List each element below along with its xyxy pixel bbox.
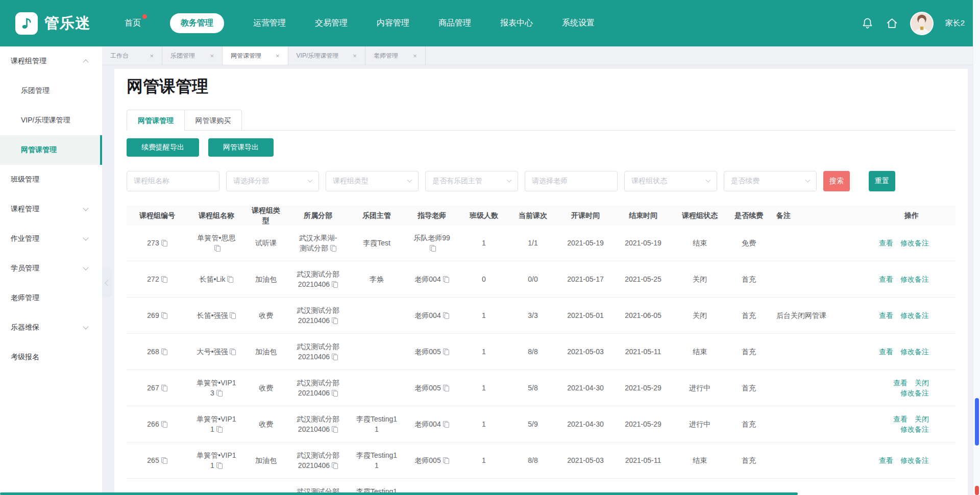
user-name[interactable]: 家长2 — [945, 18, 965, 28]
copy-icon[interactable] — [161, 276, 167, 283]
workspace-tab[interactable]: 老师管理× — [365, 46, 426, 65]
copy-icon[interactable] — [332, 281, 338, 288]
action-link[interactable]: 修改备注 — [900, 389, 929, 397]
action-link[interactable]: 查看 — [893, 379, 908, 387]
topnav-item[interactable]: 运营管理 — [253, 18, 286, 29]
home-icon[interactable] — [886, 17, 898, 30]
workspace-tab[interactable]: VIP/乐理课管理× — [288, 46, 365, 65]
copy-icon[interactable] — [161, 385, 167, 391]
copy-icon[interactable] — [161, 240, 167, 246]
copy-icon[interactable] — [332, 317, 338, 324]
topnav-item[interactable]: 交易管理 — [315, 18, 348, 29]
topnav-item[interactable]: 教务管理 — [170, 13, 224, 33]
action-link[interactable]: 修改备注 — [900, 275, 929, 283]
action-link[interactable]: 关闭 — [915, 379, 929, 387]
sidebar-item[interactable]: 学员管理 — [0, 254, 102, 283]
notification-bell-icon[interactable] — [861, 17, 874, 30]
close-tab-icon[interactable]: × — [413, 53, 417, 59]
action-link[interactable]: 修改备注 — [900, 239, 929, 247]
close-tab-icon[interactable]: × — [210, 53, 214, 59]
close-tab-icon[interactable]: × — [276, 53, 280, 59]
action-link[interactable]: 查看 — [879, 275, 893, 283]
close-tab-icon[interactable]: × — [150, 53, 154, 59]
copy-icon[interactable] — [430, 245, 436, 252]
copy-icon[interactable] — [332, 426, 338, 433]
filter-input[interactable]: 课程组名称 — [127, 171, 219, 191]
action-link[interactable]: 查看 — [893, 415, 908, 423]
action-link[interactable]: 修改备注 — [900, 311, 929, 319]
sidebar-item[interactable]: 考级报名 — [0, 342, 102, 372]
close-tab-icon[interactable]: × — [353, 53, 357, 59]
vertical-scrollbar-thumb[interactable] — [975, 398, 979, 445]
sidebar-item[interactable]: 老师管理 — [0, 283, 102, 313]
copy-icon[interactable] — [161, 349, 167, 355]
avatar[interactable] — [910, 12, 934, 35]
filter-select[interactable]: 课程组状态 — [624, 171, 717, 191]
workspace-tab[interactable]: 网管课管理× — [223, 46, 288, 65]
brand-logo[interactable]: 管乐迷 — [15, 12, 117, 35]
action-link[interactable]: 修改备注 — [900, 425, 929, 433]
action-link[interactable]: 查看 — [879, 239, 893, 247]
page-subtab[interactable]: 网管课购买 — [184, 110, 242, 131]
search-button[interactable]: 搜索 — [823, 171, 850, 191]
action-link[interactable]: 修改备注 — [900, 348, 929, 356]
filter-select[interactable]: 请选择分部 — [226, 171, 319, 191]
cell-start: 2021-05-17 — [557, 274, 614, 284]
sidebar-item[interactable]: 课程管理 — [0, 194, 102, 224]
vertical-scrollbar[interactable] — [973, 0, 980, 495]
filter-select[interactable]: 课程组类型 — [326, 171, 419, 191]
cell-renewal: 免费 — [727, 238, 771, 248]
cell-branch: 武汉测试分部 20210406 — [287, 414, 349, 434]
horizontal-scrollbar-thumb[interactable] — [0, 492, 798, 495]
copy-icon[interactable] — [161, 421, 167, 428]
copy-icon[interactable] — [332, 354, 338, 360]
copy-icon[interactable] — [443, 457, 449, 464]
action-link[interactable]: 查看 — [879, 311, 893, 319]
filter-input[interactable]: 请选择老师 — [525, 171, 618, 191]
reset-button[interactable]: 重置 — [869, 171, 895, 191]
workspace-tab[interactable]: 工作台× — [102, 46, 162, 65]
export-button[interactable]: 网管课导出 — [208, 138, 274, 157]
filter-select[interactable]: 是否续费 — [724, 171, 817, 191]
copy-icon[interactable] — [330, 245, 336, 252]
page-subtab[interactable]: 网管课管理 — [127, 110, 184, 131]
cell-renewal: 首充 — [727, 455, 771, 465]
copy-icon[interactable] — [230, 312, 236, 319]
workspace-tab[interactable]: 乐团管理× — [162, 46, 223, 65]
sidebar-item[interactable]: 乐团管理 — [0, 76, 102, 106]
copy-icon[interactable] — [161, 312, 167, 319]
copy-icon[interactable] — [161, 457, 167, 464]
topnav-item[interactable]: 商品管理 — [438, 18, 471, 29]
copy-icon[interactable] — [443, 276, 449, 283]
copy-icon[interactable] — [216, 390, 223, 397]
action-link[interactable]: 查看 — [879, 348, 893, 356]
topnav-item[interactable]: 内容管理 — [377, 18, 409, 29]
filter-select[interactable]: 是否有乐团主管 — [425, 171, 518, 191]
sidebar-item[interactable]: 乐器维保 — [0, 313, 102, 342]
sidebar-item[interactable]: 作业管理 — [0, 224, 102, 254]
copy-icon[interactable] — [443, 421, 449, 428]
sidebar-item[interactable]: 课程组管理 — [0, 46, 102, 76]
topnav-item[interactable]: 报表中心 — [500, 18, 533, 29]
sidebar-collapse-handle[interactable] — [102, 268, 112, 298]
copy-icon[interactable] — [230, 349, 236, 355]
copy-icon[interactable] — [332, 462, 338, 469]
column-header: 当前课次 — [508, 210, 557, 220]
action-link[interactable]: 关闭 — [915, 415, 929, 423]
sidebar-item[interactable]: 网管课管理 — [0, 135, 102, 165]
copy-icon[interactable] — [443, 312, 449, 319]
export-button[interactable]: 续费提醒导出 — [127, 138, 199, 157]
topnav-item[interactable]: 首页 — [125, 18, 141, 29]
copy-icon[interactable] — [443, 385, 449, 391]
sidebar-item[interactable]: VIP/乐理课管理 — [0, 106, 102, 135]
copy-icon[interactable] — [214, 245, 220, 252]
topnav-item[interactable]: 系统设置 — [562, 18, 595, 29]
action-link[interactable]: 修改备注 — [900, 456, 929, 464]
copy-icon[interactable] — [216, 462, 223, 469]
action-link[interactable]: 查看 — [879, 456, 893, 464]
copy-icon[interactable] — [443, 349, 449, 355]
sidebar-item[interactable]: 班级管理 — [0, 165, 102, 194]
copy-icon[interactable] — [216, 426, 223, 433]
copy-icon[interactable] — [227, 276, 233, 283]
copy-icon[interactable] — [332, 390, 338, 397]
